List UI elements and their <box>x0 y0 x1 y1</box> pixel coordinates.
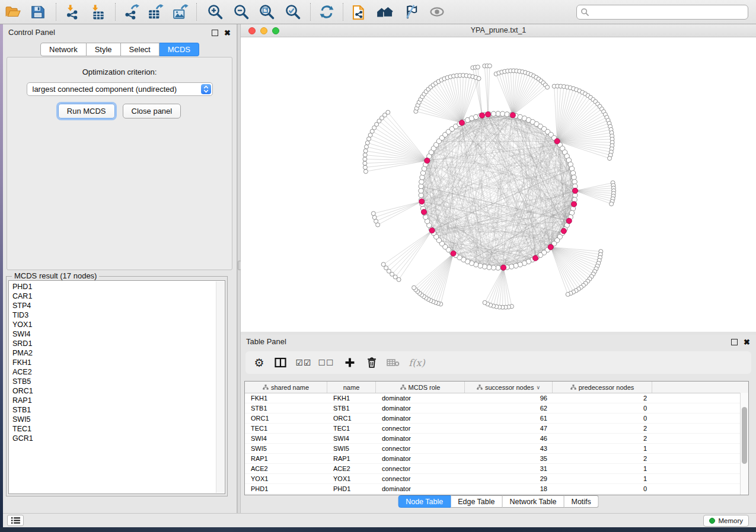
table-cell[interactable]: dominator <box>376 485 465 492</box>
table-cell[interactable]: SWI5 <box>327 445 376 452</box>
mcds-result-item[interactable]: PHD1 <box>9 282 216 291</box>
table-cell[interactable]: 31 <box>465 465 553 472</box>
tab-network-table[interactable]: Network Table <box>503 495 564 508</box>
network-from-document-icon[interactable] <box>351 4 368 21</box>
table-cell[interactable]: 1 <box>553 445 652 452</box>
maximize-window-icon[interactable] <box>272 27 279 34</box>
table-cell[interactable]: 2 <box>553 425 652 432</box>
table-cell[interactable]: STB1 <box>327 405 376 412</box>
mcds-result-item[interactable]: ORC1 <box>9 386 216 396</box>
tab-edge-table[interactable]: Edge Table <box>451 495 502 508</box>
table-cell[interactable]: PHD1 <box>327 485 376 492</box>
table-cell[interactable]: 47 <box>465 425 553 432</box>
table-cell[interactable]: SWI5 <box>245 445 327 452</box>
column-header-shared-name[interactable]: shared name <box>245 382 327 393</box>
mcds-result-item[interactable]: STB1 <box>9 405 216 415</box>
mcds-result-item[interactable]: YOX1 <box>9 320 216 329</box>
table-row[interactable]: PHD1PHD1dominator180 <box>245 484 748 494</box>
table-cell[interactable]: FKH1 <box>245 395 327 402</box>
import-network-icon[interactable] <box>65 4 81 20</box>
optimization-criterion-select[interactable]: largest connected component (undirected) <box>27 82 213 96</box>
column-header-name[interactable]: name <box>327 382 376 393</box>
float-panel-icon[interactable] <box>212 30 218 36</box>
mcds-result-item[interactable]: STB5 <box>9 377 216 386</box>
delete-columns-icon[interactable] <box>367 357 377 368</box>
run-mcds-button[interactable]: Run MCDS <box>58 104 115 118</box>
table-cell[interactable]: TEC1 <box>245 425 327 432</box>
mcds-result-item[interactable]: ACE2 <box>9 367 216 377</box>
mcds-result-list[interactable]: PHD1CAR1STP4TID3YOX1SWI4SRD1PMA2FKH1ACE2… <box>8 280 225 494</box>
table-cell[interactable]: connector <box>376 445 465 452</box>
table-row[interactable]: STB1STB1dominator620 <box>245 403 748 414</box>
table-cell[interactable]: 1 <box>553 465 652 472</box>
table-cell[interactable]: 46 <box>465 435 553 442</box>
column-header-predecessor-nodes[interactable]: predecessor nodes <box>553 382 652 393</box>
network-window-titlebar[interactable]: YPA_prune.txt_1 <box>241 24 756 37</box>
table-scrollbar-thumb[interactable] <box>742 407 747 464</box>
table-cell[interactable]: TEC1 <box>327 425 376 432</box>
table-cell[interactable]: ORC1 <box>327 415 376 422</box>
tab-network[interactable]: Network <box>40 43 87 56</box>
table-cell[interactable]: 2 <box>553 395 652 402</box>
table-mode-gear-icon[interactable]: ⚙ <box>254 357 264 368</box>
table-cell[interactable]: FKH1 <box>327 395 376 402</box>
table-cell[interactable]: 96 <box>465 395 553 402</box>
close-window-icon[interactable] <box>248 27 256 34</box>
table-cell[interactable]: PHD1 <box>245 485 327 492</box>
mcds-result-item[interactable]: FKH1 <box>9 358 216 367</box>
table-row[interactable]: SWI4SWI4dominator462 <box>245 434 748 444</box>
mcds-result-item[interactable]: SWI5 <box>9 415 216 424</box>
table-cell[interactable]: dominator <box>376 415 465 422</box>
table-cell[interactable]: ACE2 <box>327 465 376 472</box>
table-cell[interactable]: 0 <box>553 485 652 492</box>
mcds-result-scrollbar[interactable] <box>216 281 224 493</box>
table-row[interactable]: TEC1TEC1connector472 <box>245 424 748 434</box>
search-input[interactable] <box>589 8 744 17</box>
zoom-selected-icon[interactable] <box>285 4 301 20</box>
table-cell[interactable]: 35 <box>465 455 553 462</box>
table-row[interactable]: ORC1ORC1dominator610 <box>245 414 748 424</box>
open-session-icon[interactable] <box>5 5 21 19</box>
mcds-result-item[interactable]: SWI4 <box>9 329 216 339</box>
mcds-result-item[interactable]: PMA2 <box>9 348 216 358</box>
tab-motifs[interactable]: Motifs <box>564 495 598 508</box>
table-cell[interactable]: SWI4 <box>245 435 327 442</box>
annotation-flag-icon[interactable] <box>403 4 419 20</box>
table-scrollbar-track[interactable] <box>740 393 748 495</box>
table-row[interactable]: FKH1FKH1dominator962 <box>245 393 748 403</box>
close-panel-button[interactable]: Close panel <box>123 104 181 118</box>
tab-style[interactable]: Style <box>87 43 121 56</box>
table-cell[interactable]: RAP1 <box>327 455 376 462</box>
table-cell[interactable]: 2 <box>553 435 652 442</box>
show-hide-columns-icon[interactable] <box>275 358 286 368</box>
import-table-icon[interactable] <box>90 4 107 20</box>
table-row[interactable]: YOX1YOX1connector291 <box>245 474 748 484</box>
table-row[interactable]: RAP1RAP1dominator352 <box>245 454 748 464</box>
show-hide-eye-icon[interactable] <box>429 5 445 18</box>
table-row[interactable]: SWI5SWI5connector431 <box>245 444 748 454</box>
refresh-icon[interactable] <box>319 4 335 20</box>
table-cell[interactable]: connector <box>376 465 465 472</box>
export-network-icon[interactable] <box>123 4 140 20</box>
table-cell[interactable]: 1 <box>553 475 652 482</box>
table-cell[interactable]: 29 <box>465 475 553 482</box>
zoom-in-icon[interactable] <box>208 4 224 20</box>
float-panel-icon[interactable] <box>731 339 738 345</box>
column-header-successor-nodes[interactable]: successor nodes ∨ <box>465 382 553 393</box>
network-canvas[interactable] <box>241 37 756 332</box>
close-panel-icon[interactable]: ✖ <box>224 29 231 37</box>
table-cell[interactable]: dominator <box>376 405 465 412</box>
home-networks-icon[interactable] <box>376 5 394 19</box>
table-cell[interactable]: dominator <box>376 455 465 462</box>
mcds-result-item[interactable]: GCR1 <box>9 434 216 443</box>
table-cell[interactable]: YOX1 <box>245 475 327 482</box>
mcds-result-item[interactable]: STP4 <box>9 301 216 310</box>
table-cell[interactable]: YOX1 <box>327 475 376 482</box>
table-cell[interactable]: ACE2 <box>245 465 327 472</box>
mcds-result-item[interactable]: TID3 <box>9 310 216 320</box>
table-cell[interactable]: dominator <box>376 435 465 442</box>
table-cell[interactable]: 61 <box>465 415 553 422</box>
table-cell[interactable]: connector <box>376 475 465 482</box>
table-cell[interactable]: dominator <box>376 395 465 402</box>
deselect-all-rows-icon[interactable]: ☐☐ <box>318 358 334 367</box>
